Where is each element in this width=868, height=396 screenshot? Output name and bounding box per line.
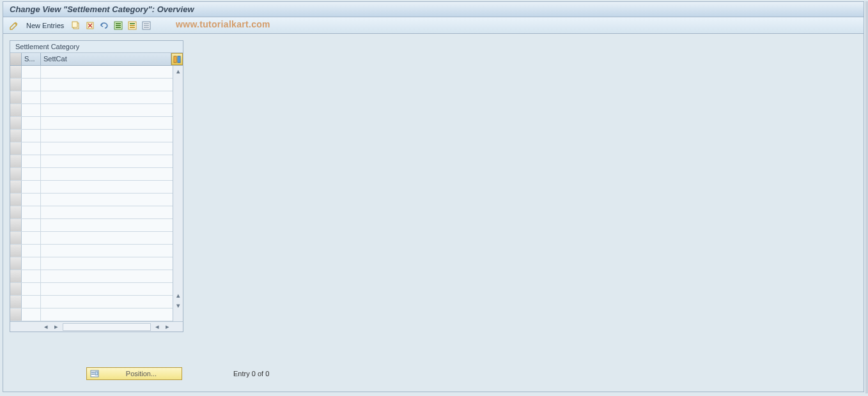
cell-s[interactable] — [22, 168, 41, 180]
column-header-settcat[interactable]: SettCat — [41, 53, 171, 65]
table-row[interactable] — [10, 296, 173, 308]
cell-settcat[interactable] — [41, 257, 173, 270]
cell-s[interactable] — [22, 245, 41, 257]
row-selector[interactable] — [10, 283, 22, 295]
row-selector[interactable] — [10, 79, 22, 91]
table-row[interactable] — [10, 206, 173, 219]
scroll-up-icon[interactable]: ▴ — [174, 66, 183, 75]
cell-settcat[interactable] — [41, 308, 173, 321]
cell-s[interactable] — [22, 283, 41, 295]
table-row[interactable] — [10, 168, 173, 181]
cell-settcat[interactable] — [41, 104, 173, 116]
window-right-scroll[interactable] — [865, 1, 868, 393]
cell-settcat[interactable] — [41, 155, 173, 167]
cell-s[interactable] — [22, 142, 41, 155]
cell-s[interactable] — [22, 270, 41, 282]
row-selector[interactable] — [10, 206, 22, 218]
horizontal-scrollbar[interactable]: ◂ ▸ ◂ ▸ — [10, 321, 183, 331]
cell-s[interactable] — [22, 219, 41, 231]
new-entries-button[interactable]: New Entries — [22, 20, 68, 31]
cell-settcat[interactable] — [41, 130, 173, 142]
row-selector[interactable] — [10, 117, 22, 129]
column-header-s[interactable]: S... — [22, 53, 41, 65]
cell-settcat[interactable] — [41, 66, 173, 78]
cell-s[interactable] — [22, 130, 41, 142]
cell-settcat[interactable] — [41, 206, 173, 218]
table-configure-icon[interactable] — [171, 53, 183, 65]
cell-s[interactable] — [22, 104, 41, 116]
select-block-icon[interactable] — [127, 20, 138, 31]
hscroll-track[interactable] — [63, 323, 151, 331]
row-selector[interactable] — [10, 91, 22, 103]
undo-icon[interactable] — [98, 20, 110, 31]
position-button[interactable]: Position... — [86, 367, 182, 380]
row-selector[interactable] — [10, 142, 22, 155]
cell-s[interactable] — [22, 66, 41, 78]
cell-settcat[interactable] — [41, 296, 173, 308]
table-row[interactable] — [10, 142, 173, 155]
table-row[interactable] — [10, 155, 173, 168]
table-row[interactable] — [10, 104, 173, 117]
cell-settcat[interactable] — [41, 91, 173, 103]
table-row[interactable] — [10, 219, 173, 232]
cell-s[interactable] — [22, 296, 41, 308]
table-row[interactable] — [10, 117, 173, 130]
cell-settcat[interactable] — [41, 79, 173, 91]
cell-settcat[interactable] — [41, 194, 173, 206]
row-selector[interactable] — [10, 155, 22, 167]
cell-settcat[interactable] — [41, 270, 173, 282]
scroll-right2-icon[interactable]: ▸ — [163, 323, 172, 331]
cell-settcat[interactable] — [41, 142, 173, 155]
cell-s[interactable] — [22, 232, 41, 244]
row-selector[interactable] — [10, 270, 22, 282]
row-selector[interactable] — [10, 232, 22, 244]
row-selector[interactable] — [10, 130, 22, 142]
row-selector[interactable] — [10, 181, 22, 193]
row-selector[interactable] — [10, 219, 22, 231]
cell-s[interactable] — [22, 91, 41, 103]
table-row[interactable] — [10, 181, 173, 194]
row-selector[interactable] — [10, 104, 22, 116]
table-row[interactable] — [10, 194, 173, 206]
cell-s[interactable] — [22, 155, 41, 167]
scroll-left2-icon[interactable]: ◂ — [153, 323, 162, 331]
scroll-right-icon[interactable]: ▸ — [52, 323, 61, 331]
row-selector[interactable] — [10, 308, 22, 321]
cell-settcat[interactable] — [41, 117, 173, 129]
table-row[interactable] — [10, 245, 173, 257]
cell-s[interactable] — [22, 308, 41, 321]
scroll-left-icon[interactable]: ◂ — [42, 323, 50, 331]
scroll-up2-icon[interactable]: ▴ — [174, 291, 183, 300]
column-selector-header[interactable] — [10, 53, 22, 65]
select-all-icon[interactable] — [112, 20, 124, 31]
deselect-all-icon[interactable] — [141, 20, 152, 31]
row-selector[interactable] — [10, 194, 22, 206]
vertical-scrollbar[interactable]: ▴ ▾ ▴ — [173, 66, 183, 321]
delete-icon[interactable] — [84, 20, 96, 31]
row-selector[interactable] — [10, 168, 22, 180]
row-selector[interactable] — [10, 257, 22, 270]
cell-s[interactable] — [22, 181, 41, 193]
cell-settcat[interactable] — [41, 219, 173, 231]
cell-settcat[interactable] — [41, 181, 173, 193]
table-row[interactable] — [10, 232, 173, 245]
table-row[interactable] — [10, 283, 173, 296]
table-row[interactable] — [10, 91, 173, 104]
cell-s[interactable] — [22, 257, 41, 270]
cell-s[interactable] — [22, 206, 41, 218]
cell-settcat[interactable] — [41, 245, 173, 257]
cell-settcat[interactable] — [41, 168, 173, 180]
change-icon[interactable] — [8, 20, 20, 31]
table-row[interactable] — [10, 130, 173, 142]
cell-s[interactable] — [22, 79, 41, 91]
table-row[interactable] — [10, 308, 173, 321]
table-row[interactable] — [10, 66, 173, 79]
row-selector[interactable] — [10, 66, 22, 78]
row-selector[interactable] — [10, 245, 22, 257]
copy-icon[interactable] — [70, 20, 82, 31]
scroll-down-icon[interactable]: ▾ — [174, 301, 183, 310]
table-row[interactable] — [10, 257, 173, 270]
cell-s[interactable] — [22, 117, 41, 129]
cell-settcat[interactable] — [41, 283, 173, 295]
cell-settcat[interactable] — [41, 232, 173, 244]
